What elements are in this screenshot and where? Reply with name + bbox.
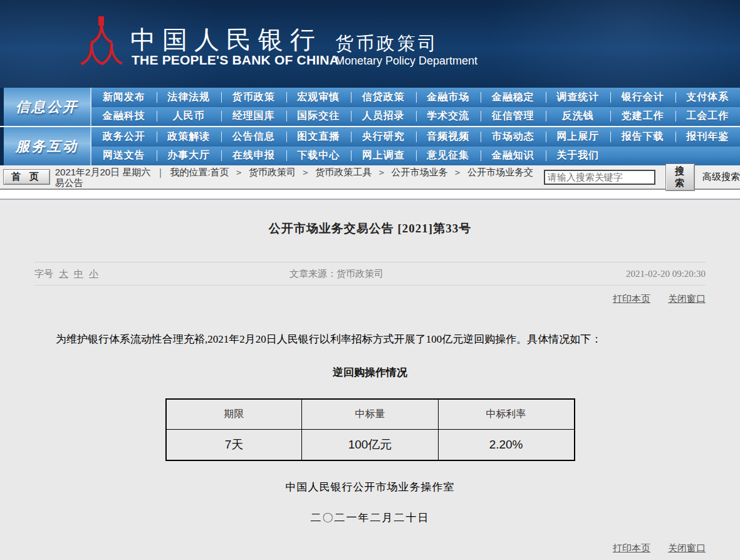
- nav-item[interactable]: 党建工作: [610, 107, 675, 127]
- breadcrumb: 2021年2月20日 星期六 ｜ 我的位置:首页 ＞ 货币政策司 ＞ 货币政策工…: [55, 167, 543, 188]
- site-header: 人 人 人 中国人民银行 THE PEOPLE'S BANK OF CHINA …: [0, 0, 740, 88]
- page: 人 人 人 中国人民银行 THE PEOPLE'S BANK OF CHINA …: [0, 0, 740, 560]
- nav-item[interactable]: 金融市场: [416, 88, 481, 107]
- pboc-logo-icon: 人 人 人: [80, 15, 124, 74]
- nav-row: 政务公开 政策解读 公告信息 图文直播 央行研究 音频视频 市场动态 网上展厅 …: [91, 127, 740, 147]
- nav-item[interactable]: 网送文告: [91, 147, 157, 166]
- nav-item[interactable]: 办事大厅: [157, 147, 222, 166]
- nav-row: 网送文告 办事大厅 在线申报 下载中心 网上调查 意见征集 金融知识 关于我们: [91, 147, 740, 166]
- close-window-link[interactable]: 关闭窗口: [668, 542, 706, 554]
- nav-item[interactable]: 经理国库: [221, 107, 286, 127]
- article-sign-date: 二〇二一年二月二十日: [34, 511, 706, 525]
- nav-item[interactable]: 音频视频: [416, 127, 481, 147]
- nav-item[interactable]: 征信管理: [481, 107, 546, 127]
- cell-term: 7天: [166, 429, 302, 460]
- breadcrumb-link[interactable]: 货币政策工具: [315, 167, 372, 177]
- nav-item[interactable]: 工会工作: [675, 107, 740, 127]
- cell-amount: 100亿元: [302, 429, 438, 460]
- nav-item[interactable]: 报告下载: [610, 127, 675, 147]
- nav-item[interactable]: 央行研究: [351, 127, 416, 147]
- nav-group-label-service: 服务互动: [4, 127, 91, 165]
- article-signature: 中国人民银行公开市场业务操作室: [34, 480, 706, 494]
- nav-group-label-info: 信息公开: [4, 88, 91, 126]
- nav-item-empty: [610, 147, 675, 166]
- repo-operations-table: 期限 中标量 中标利率 7天 100亿元 2.20%: [165, 398, 575, 461]
- article-body: 为维护银行体系流动性合理充裕,2021年2月20日人民银行以利率招标方式开展了1…: [34, 333, 706, 346]
- nav-item[interactable]: 支付体系: [675, 88, 740, 107]
- breadcrumb-link[interactable]: 货币政策司: [249, 167, 296, 177]
- nav-item[interactable]: 法律法规: [157, 88, 222, 107]
- article-source: 文章来源：货币政策司: [289, 268, 626, 280]
- main-nav: 信息公开 新闻发布 法律法规 货币政策 宏观审慎 信贷政策 金融市场 金融稳定 …: [0, 88, 740, 165]
- logo-glyph: 人: [100, 43, 123, 65]
- nav-item[interactable]: 学术交流: [416, 107, 481, 127]
- nav-item[interactable]: 人民币: [157, 107, 222, 127]
- bank-name-en: THE PEOPLE'S BANK OF CHINA: [132, 53, 339, 68]
- department-name-cn: 货币政策司: [335, 31, 439, 56]
- home-button[interactable]: 首 页: [3, 169, 50, 185]
- nav-item[interactable]: 关于我们: [546, 147, 611, 166]
- print-page-link[interactable]: 打印本页: [613, 542, 650, 554]
- article-content: 公开市场业务交易公告 [2021]第33号 字号 大 中 小 文章来源：货币政策…: [0, 200, 740, 559]
- nav-item[interactable]: 在线申报: [221, 147, 286, 166]
- nav-item[interactable]: 新闻发布: [91, 88, 157, 107]
- nav-group-service: 服务互动 政务公开 政策解读 公告信息 图文直播 央行研究 音频视频 市场动态 …: [0, 127, 740, 165]
- col-header-rate: 中标利率: [438, 399, 574, 429]
- advanced-search-link[interactable]: 高级搜索: [702, 171, 740, 183]
- nav-item[interactable]: 报刊年鉴: [675, 127, 740, 147]
- nav-item[interactable]: 金融知识: [481, 147, 546, 166]
- nav-item[interactable]: 图文直播: [286, 127, 352, 147]
- nav-item[interactable]: 金融稳定: [481, 88, 546, 107]
- nav-item[interactable]: 意见征集: [416, 147, 481, 166]
- font-size-medium-link[interactable]: 中: [74, 268, 83, 280]
- breadcrumb-separator: ＞: [374, 167, 388, 177]
- table-row: 7天 100亿元 2.20%: [166, 429, 575, 460]
- logo-glyph: 人: [80, 43, 103, 65]
- nav-item[interactable]: 政务公开: [91, 127, 157, 147]
- breadcrumb-separator: ＞: [451, 167, 465, 177]
- nav-item[interactable]: 信贷政策: [351, 88, 416, 107]
- nav-item[interactable]: 下载中心: [286, 147, 352, 166]
- print-page-link[interactable]: 打印本页: [613, 293, 650, 305]
- col-header-amount: 中标量: [302, 399, 438, 429]
- font-size-large-link[interactable]: 大: [59, 268, 68, 280]
- nav-item[interactable]: 宏观审慎: [286, 88, 352, 107]
- article-actions-top: 打印本页 关闭窗口: [34, 293, 706, 305]
- search-input[interactable]: [544, 170, 655, 185]
- font-size-label: 字号: [34, 268, 53, 280]
- nav-row: 新闻发布 法律法规 货币政策 宏观审慎 信贷政策 金融市场 金融稳定 调查统计 …: [91, 88, 740, 107]
- nav-item[interactable]: 调查统计: [546, 88, 611, 107]
- department-name-en: Monetary Policy Department: [335, 54, 477, 68]
- current-date: 2021年2月20日 星期六: [55, 167, 151, 177]
- cell-rate: 2.20%: [438, 429, 574, 460]
- nav-item[interactable]: 网上展厅: [546, 127, 611, 147]
- breadcrumb-location-label: 我的位置:首页: [170, 167, 229, 177]
- nav-item[interactable]: 反洗钱: [546, 107, 611, 127]
- breadcrumb-divider: ｜: [154, 167, 168, 177]
- nav-item[interactable]: 政策解读: [157, 127, 222, 147]
- breadcrumb-separator: ＞: [298, 167, 313, 177]
- bank-name-cn: 中国人民银行: [130, 23, 322, 57]
- search-button[interactable]: 搜索: [665, 163, 695, 191]
- nav-item[interactable]: 网上调查: [351, 147, 416, 166]
- nav-item[interactable]: 银行会计: [610, 88, 675, 107]
- breadcrumb-separator: ＞: [232, 167, 246, 177]
- content-top-divider: [0, 190, 740, 200]
- breadcrumb-link[interactable]: 公开市场业务: [392, 167, 448, 177]
- nav-group-info: 信息公开 新闻发布 法律法规 货币政策 宏观审慎 信贷政策 金融市场 金融稳定 …: [0, 88, 740, 126]
- nav-item[interactable]: 国际交往: [286, 107, 352, 127]
- nav-item[interactable]: 金融科技: [91, 107, 157, 127]
- nav-item[interactable]: 公告信息: [221, 127, 286, 147]
- article-actions-bottom: 打印本页 关闭窗口: [34, 542, 706, 554]
- nav-item[interactable]: 人员招录: [351, 107, 416, 127]
- font-size-small-link[interactable]: 小: [89, 268, 98, 280]
- nav-item[interactable]: 市场动态: [481, 127, 546, 147]
- table-title: 逆回购操作情况: [34, 365, 706, 380]
- close-window-link[interactable]: 关闭窗口: [668, 293, 706, 305]
- table-header-row: 期限 中标量 中标利率: [166, 399, 575, 429]
- nav-row: 金融科技 人民币 经理国库 国际交往 人员招录 学术交流 征信管理 反洗钱 党建…: [91, 107, 740, 127]
- article-timestamp: 2021-02-20 09:20:30: [626, 269, 706, 279]
- breadcrumb-bar: 首 页 2021年2月20日 星期六 ｜ 我的位置:首页 ＞ 货币政策司 ＞ 货…: [0, 165, 740, 190]
- article-title: 公开市场业务交易公告 [2021]第33号: [34, 220, 706, 237]
- nav-item[interactable]: 货币政策: [221, 88, 286, 107]
